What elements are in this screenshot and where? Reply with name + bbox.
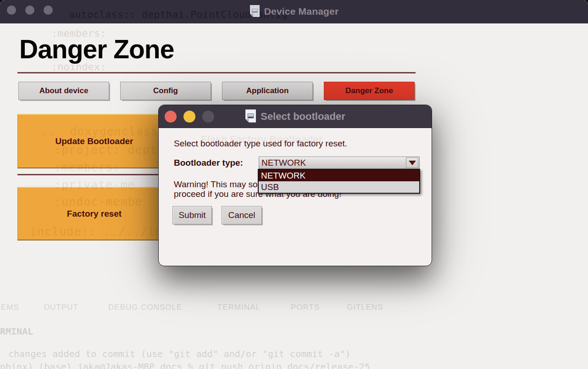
tab-config[interactable]: Config — [120, 82, 211, 100]
page-title: Danger Zone — [19, 35, 174, 64]
bootloader-type-dropdown: NETWORK USB — [258, 169, 420, 194]
dialog-description: Select bootloader type used for factory … — [174, 139, 347, 149]
tab-about-device[interactable]: About device — [18, 82, 109, 100]
dropdown-arrow-button[interactable] — [406, 157, 418, 168]
ghost-panel-tab: OUTPUT — [44, 303, 78, 312]
ghost-terminal-line: changes added to commit (use "git add" a… — [8, 348, 351, 359]
selected-value: NETWORK — [261, 158, 306, 168]
submit-button[interactable]: Submit — [172, 206, 212, 224]
ghost-panel-tab: GITLENS — [347, 303, 383, 312]
ghost-terminal-line: phinx) (base) jaka@Jakas-MBP docs % git … — [0, 361, 370, 369]
bootloader-type-label: Bootloader type: — [174, 158, 243, 168]
ghost-terminal-heading: RMINAL — [0, 326, 33, 337]
dialog-titlebar: Select bootloader — [159, 105, 432, 128]
select-bootloader-dialog: Select bootloader Flash Factory Bootload… — [158, 105, 432, 266]
window-title: Device Manager — [264, 6, 339, 17]
ghost-panel-tab: PORTS — [291, 303, 320, 312]
bootloader-type-select[interactable]: NETWORK — [259, 157, 420, 169]
dialog-title: Select bootloader — [261, 111, 345, 123]
cancel-button[interactable]: Cancel — [222, 206, 262, 224]
ghost-panel-tab: TERMINAL — [217, 303, 261, 312]
chevron-down-icon — [409, 161, 416, 165]
divider — [17, 72, 416, 73]
dialog-titlebar-center: Select bootloader — [159, 105, 432, 128]
device-manager-window: autoclass:: depthai.PointCloudConfig Dev… — [0, 0, 588, 369]
ghost-panel-tab: EMS — [1, 303, 19, 312]
update-bootloader-button[interactable]: Update Bootloader — [17, 114, 171, 168]
dialog-document-icon — [245, 109, 256, 124]
factory-reset-button[interactable]: Factory reset — [17, 187, 171, 240]
app-document-icon — [250, 5, 260, 19]
window-titlebar: autoclass:: depthai.PointCloudConfig Dev… — [0, 0, 588, 23]
dropdown-option-usb[interactable]: USB — [259, 181, 419, 193]
ghost-panel-tab: DEBUG CONSOLE — [108, 303, 182, 312]
titlebar-center: Device Manager — [0, 0, 588, 23]
tab-application[interactable]: Application — [222, 82, 313, 100]
tab-danger-zone[interactable]: Danger Zone — [324, 82, 415, 100]
dropdown-option-network[interactable]: NETWORK — [259, 170, 419, 181]
